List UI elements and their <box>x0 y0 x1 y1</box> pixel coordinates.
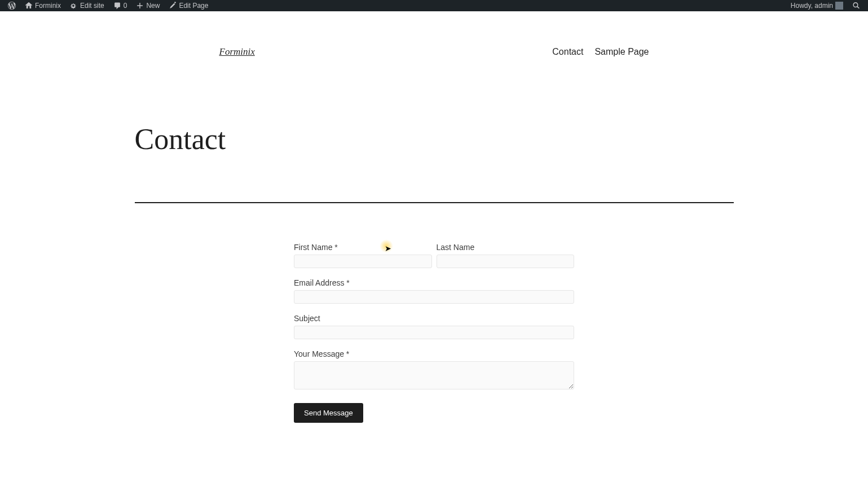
page-title: Contact <box>135 122 734 156</box>
admin-bar-search[interactable] <box>848 0 865 11</box>
email-label: Email Address * <box>294 278 574 287</box>
first-name-input[interactable] <box>294 255 432 268</box>
site-header: Forminix Contact Sample Page <box>135 11 734 58</box>
email-group: Email Address * <box>294 278 574 304</box>
admin-bar-left: Forminix Edit site 0 New Edit Page <box>3 0 213 11</box>
admin-bar-edit-page-label: Edit Page <box>179 2 208 10</box>
contact-form: ➤ First Name * Last Name Email Address *… <box>294 243 574 423</box>
email-input[interactable] <box>294 290 574 304</box>
message-textarea[interactable] <box>294 361 574 389</box>
admin-bar-greeting: Howdy, admin <box>791 2 833 10</box>
message-label: Your Message * <box>294 349 574 358</box>
wp-admin-bar: Forminix Edit site 0 New Edit Page Howdy… <box>0 0 868 11</box>
admin-bar-edit-page[interactable]: Edit Page <box>164 0 213 11</box>
nav-contact[interactable]: Contact <box>552 47 583 57</box>
send-message-button[interactable]: Send Message <box>294 403 363 423</box>
first-name-label: First Name * <box>294 243 432 252</box>
admin-bar-site-name-label: Forminix <box>35 2 61 10</box>
message-group: Your Message * <box>294 349 574 389</box>
admin-bar-edit-site[interactable]: Edit site <box>65 0 109 11</box>
admin-bar-site-name[interactable]: Forminix <box>20 0 65 11</box>
last-name-group: Last Name <box>437 243 575 268</box>
avatar <box>835 2 843 10</box>
search-icon <box>852 2 860 10</box>
main-nav: Contact Sample Page <box>552 47 649 57</box>
admin-bar-account[interactable]: Howdy, admin <box>786 0 848 11</box>
first-name-group: First Name * <box>294 243 432 268</box>
admin-bar-right: Howdy, admin <box>786 0 865 11</box>
admin-bar-comment-count: 0 <box>124 2 127 10</box>
comment-icon <box>113 2 121 10</box>
subject-label: Subject <box>294 314 574 323</box>
subject-input[interactable] <box>294 326 574 339</box>
subject-group: Subject <box>294 314 574 339</box>
plus-icon <box>136 2 144 10</box>
admin-bar-edit-site-label: Edit site <box>80 2 104 10</box>
admin-bar-new-label: New <box>146 2 160 10</box>
pencil-icon <box>169 2 177 10</box>
admin-bar-comments[interactable]: 0 <box>109 0 132 11</box>
wordpress-icon <box>8 2 16 10</box>
page-divider <box>135 202 734 203</box>
site-title[interactable]: Forminix <box>219 46 255 58</box>
home-icon <box>25 2 33 10</box>
wp-logo-menu[interactable] <box>3 0 20 11</box>
nav-sample-page[interactable]: Sample Page <box>594 47 649 57</box>
customize-icon <box>70 2 78 10</box>
admin-bar-new[interactable]: New <box>131 0 164 11</box>
last-name-input[interactable] <box>437 255 575 268</box>
last-name-label: Last Name <box>437 243 575 252</box>
